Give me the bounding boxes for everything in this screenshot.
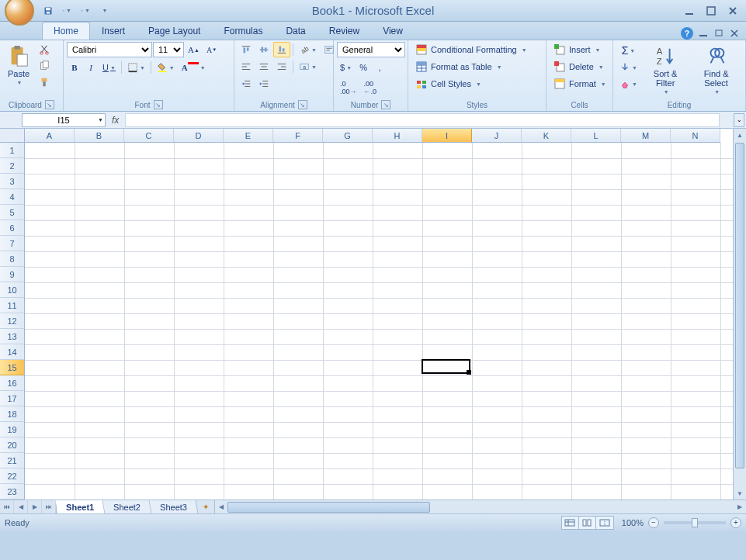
scroll-right-button[interactable]: ▶ <box>734 503 746 510</box>
clipboard-launcher[interactable]: ↘ <box>45 100 54 109</box>
horizontal-scrollbar[interactable]: ◀ ▶ <box>214 500 746 513</box>
insert-cells-button[interactable]: Insert▼ <box>550 42 604 57</box>
column-header-G[interactable]: G <box>323 129 373 142</box>
align-right-button[interactable] <box>273 59 290 74</box>
zoom-level[interactable]: 100% <box>622 518 644 527</box>
redo-button[interactable]: ▼ <box>78 3 93 19</box>
scroll-left-button[interactable]: ◀ <box>215 503 227 510</box>
comma-button[interactable]: , <box>372 60 387 75</box>
format-painter-button[interactable] <box>36 74 53 90</box>
shrink-font-button[interactable]: A▼ <box>203 42 220 57</box>
column-header-M[interactable]: M <box>621 129 671 142</box>
close-button[interactable] <box>724 4 741 18</box>
cut-button[interactable] <box>36 42 53 57</box>
column-header-N[interactable]: N <box>671 129 720 142</box>
normal-view-button[interactable] <box>562 517 579 529</box>
cell-area[interactable] <box>25 143 733 500</box>
row-header-12[interactable]: 12 <box>0 313 24 329</box>
row-header-4[interactable]: 4 <box>0 189 24 205</box>
row-header-6[interactable]: 6 <box>0 220 24 236</box>
format-cells-button[interactable]: Format▼ <box>550 76 610 92</box>
column-header-B[interactable]: B <box>75 129 124 142</box>
font-name-select[interactable]: Calibri <box>67 42 152 57</box>
row-header-18[interactable]: 18 <box>0 406 24 422</box>
fill-color-button[interactable]: ▼ <box>154 60 178 75</box>
formula-bar-expand[interactable]: ⌄ <box>734 113 744 127</box>
tab-data[interactable]: Data <box>274 22 317 40</box>
row-header-22[interactable]: 22 <box>0 468 24 484</box>
clear-button[interactable]: ▼ <box>616 76 640 92</box>
column-header-D[interactable]: D <box>174 129 224 142</box>
row-header-2[interactable]: 2 <box>0 158 24 174</box>
row-header-5[interactable]: 5 <box>0 205 24 220</box>
align-middle-button[interactable] <box>255 42 272 57</box>
find-select-button[interactable]: Find & Select▼ <box>690 42 742 98</box>
conditional-formatting-button[interactable]: Conditional Formatting▼ <box>411 42 531 57</box>
number-launcher[interactable]: ↘ <box>381 100 390 109</box>
row-header-16[interactable]: 16 <box>0 375 24 391</box>
cell-styles-button[interactable]: Cell Styles▼ <box>411 76 485 92</box>
doc-restore-button[interactable] <box>713 29 724 38</box>
doc-minimize-button[interactable] <box>698 29 709 38</box>
row-header-1[interactable]: 1 <box>0 143 24 158</box>
row-header-7[interactable]: 7 <box>0 236 24 251</box>
vertical-scrollbar[interactable]: ▲ ▼ <box>733 129 746 500</box>
active-cell[interactable] <box>422 359 470 374</box>
column-header-H[interactable]: H <box>373 129 422 142</box>
tab-view[interactable]: View <box>371 22 415 40</box>
column-header-F[interactable]: F <box>273 129 323 142</box>
autosum-button[interactable]: Σ▼ <box>616 42 640 59</box>
new-sheet-button[interactable]: ✦ <box>197 500 214 513</box>
row-header-15[interactable]: 15 <box>0 360 24 375</box>
font-launcher[interactable]: ↘ <box>154 100 163 109</box>
scroll-up-button[interactable]: ▲ <box>734 129 746 141</box>
bold-button[interactable]: B <box>67 60 82 75</box>
increase-decimal-button[interactable]: .0.00→ <box>337 78 360 98</box>
zoom-slider[interactable] <box>664 521 726 524</box>
tab-formulas[interactable]: Formulas <box>212 22 274 40</box>
select-all-corner[interactable] <box>0 129 25 143</box>
sheet-tab-1[interactable]: Sheet1 <box>56 500 106 513</box>
fx-icon[interactable]: fx <box>112 115 119 126</box>
next-sheet-button[interactable]: ▶ <box>28 500 42 513</box>
row-header-13[interactable]: 13 <box>0 329 24 344</box>
column-header-E[interactable]: E <box>224 129 273 142</box>
orientation-button[interactable]: ab▼ <box>296 42 320 57</box>
tab-page-layout[interactable]: Page Layout <box>137 22 212 40</box>
page-break-view-button[interactable] <box>596 517 613 529</box>
column-header-I[interactable]: I <box>422 129 472 142</box>
font-color-button[interactable]: A▼ <box>179 60 209 75</box>
row-header-19[interactable]: 19 <box>0 422 24 437</box>
sheet-tab-2[interactable]: Sheet2 <box>103 500 152 513</box>
row-header-14[interactable]: 14 <box>0 344 24 360</box>
minimize-button[interactable] <box>681 4 698 18</box>
copy-button[interactable] <box>36 58 53 74</box>
row-header-23[interactable]: 23 <box>0 484 24 500</box>
last-sheet-button[interactable]: ⏭ <box>42 500 56 513</box>
column-header-J[interactable]: J <box>472 129 522 142</box>
decrease-indent-button[interactable] <box>238 76 255 92</box>
merge-center-button[interactable]: a▼ <box>296 59 320 74</box>
row-header-3[interactable]: 3 <box>0 174 24 189</box>
italic-button[interactable]: I <box>83 60 99 75</box>
page-layout-view-button[interactable] <box>579 517 596 529</box>
sort-filter-button[interactable]: AZ Sort & Filter▼ <box>642 42 689 98</box>
undo-button[interactable]: ▼ <box>59 3 75 19</box>
align-left-button[interactable] <box>238 59 255 74</box>
font-size-select[interactable]: 11 <box>153 42 184 57</box>
align-top-button[interactable] <box>238 42 255 57</box>
column-header-A[interactable]: A <box>25 129 75 142</box>
row-header-20[interactable]: 20 <box>0 437 24 453</box>
paste-button[interactable]: Paste ▼ <box>3 42 34 88</box>
delete-cells-button[interactable]: Delete▼ <box>550 59 608 74</box>
formula-input[interactable] <box>125 113 720 127</box>
increase-indent-button[interactable] <box>255 76 272 92</box>
maximize-button[interactable] <box>703 4 720 18</box>
doc-close-button[interactable] <box>729 29 740 38</box>
fill-button[interactable]: ▼ <box>616 60 640 75</box>
grow-font-button[interactable]: A▲ <box>185 42 203 57</box>
row-header-9[interactable]: 9 <box>0 267 24 282</box>
number-format-select[interactable]: General <box>337 42 405 57</box>
zoom-out-button[interactable]: − <box>648 517 659 528</box>
currency-button[interactable]: $▼ <box>337 60 355 75</box>
